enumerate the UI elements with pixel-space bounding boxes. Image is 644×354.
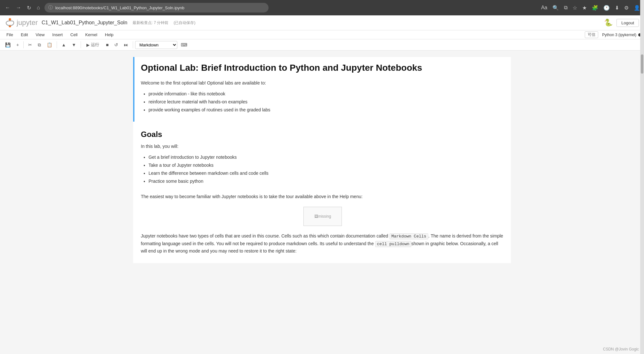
goals-bullet-4: Practice some basic python: [149, 177, 504, 185]
scrollbar[interactable]: [640, 0, 644, 354]
browser-refresh-btn[interactable]: ↻: [26, 4, 32, 12]
address-bar[interactable]: ⓘ localhost:8890/notebooks/C1_W1_Lab01_P…: [44, 3, 269, 12]
menu-file[interactable]: File: [3, 31, 17, 38]
jupyter-label: jupyter: [17, 19, 38, 27]
toolbar-sep-4: [133, 41, 133, 48]
favorites-icon[interactable]: ★: [582, 5, 587, 11]
trusted-badge: 可信: [585, 31, 598, 38]
svg-point-0: [9, 18, 11, 21]
run-label: 运行: [91, 42, 99, 48]
image-alt-text: missing: [318, 214, 331, 219]
bookmark-icon[interactable]: ☆: [573, 5, 577, 11]
url-text: localhost:8890/notebooks/C1_W1_Lab01_Pyt…: [55, 5, 184, 10]
goals-intro: In this lab, you will:: [141, 143, 504, 150]
history-icon[interactable]: 🕐: [603, 5, 610, 11]
menu-insert[interactable]: Insert: [48, 31, 67, 38]
toolbar: 💾 + ✂ ⧉ 📋 ▲ ▼ ▶ 运行 ■ ↺ ⏭ Markdown Code R…: [0, 39, 644, 51]
goals-bullet-1: Get a brief introduction to Jupyter note…: [149, 153, 504, 161]
notebook-area: Optional Lab: Brief Introduction to Pyth…: [0, 51, 644, 354]
autosave-badge: (已自动保存): [173, 20, 195, 26]
split-view-icon[interactable]: ⧉: [564, 5, 568, 11]
save-btn[interactable]: 💾: [3, 41, 13, 49]
main-heading: Optional Lab: Brief Introduction to Pyth…: [141, 62, 504, 74]
info-icon: ⓘ: [48, 5, 53, 11]
extensions-icon[interactable]: 🧩: [592, 5, 598, 11]
run-icon: ▶: [86, 43, 90, 47]
reader-icon[interactable]: Aa: [541, 5, 547, 11]
menu-view[interactable]: View: [32, 31, 48, 38]
goals-bullet-3: Learn the difference between markdown ce…: [149, 169, 504, 177]
jupyter-logo-icon: [5, 18, 15, 28]
menu-bar: File Edit View Insert Cell Kernel Help 可…: [0, 30, 644, 39]
goals-bullet-2: Take a tour of Jupyter notebooks: [149, 161, 504, 169]
browser-actions: Aa 🔍 ⧉ ☆ ★ 🧩 🕐 ⬇ ⚙ 👤: [541, 5, 640, 11]
move-down-btn[interactable]: ▼: [69, 41, 79, 49]
bullet-2: reinforce lecture material with hands-on…: [149, 98, 504, 106]
kernel-name: Python 3 (ipykernel): [602, 33, 636, 37]
menu-kernel[interactable]: Kernel: [81, 31, 101, 38]
image-container: 🖼 missing: [141, 204, 504, 229]
keyboard-shortcuts-btn[interactable]: ⌨: [178, 41, 190, 49]
notebook-container: Optional Lab: Brief Introduction to Pyth…: [127, 57, 517, 263]
stop-btn[interactable]: ■: [103, 41, 111, 49]
menu-help[interactable]: Help: [101, 31, 117, 38]
cell-pulldown-code: cell pulldown: [375, 241, 411, 247]
menu-cell[interactable]: Cell: [67, 31, 81, 38]
notebook-title[interactable]: C1_W1_Lab01_Python_Jupyter_Soln: [42, 20, 127, 26]
browser-home-btn[interactable]: ⌂: [36, 4, 41, 12]
toolbar-sep-2: [57, 41, 57, 48]
last-checkpoint: 最新检查点: 7 分钟前: [133, 20, 169, 26]
intro-text: Welcome to the first optional lab! Optio…: [141, 79, 504, 86]
cut-btn[interactable]: ✂: [26, 41, 35, 49]
jupyter-logo: jupyter: [5, 18, 38, 28]
cell-1[interactable]: Optional Lab: Brief Introduction to Pyth…: [133, 57, 511, 122]
tour-paragraph: The easiest way to become familiar with …: [141, 193, 504, 200]
markdown-cells-code: Markdown Cells: [390, 233, 428, 239]
goals-bullets: Get a brief introduction to Jupyter note…: [149, 153, 504, 186]
intro-bullets: provide information - like this notebook…: [149, 90, 504, 114]
toolbar-sep-1: [23, 41, 24, 48]
search-icon[interactable]: 🔍: [552, 5, 559, 11]
browser-chrome: ← → ↻ ⌂ ⓘ localhost:8890/notebooks/C1_W1…: [0, 0, 644, 15]
settings-icon[interactable]: ⚙: [624, 5, 629, 11]
profile-icon[interactable]: 👤: [634, 5, 640, 11]
cell-2-content: Goals In this lab, you will: Get a brief…: [134, 122, 511, 263]
logout-button[interactable]: Logout: [616, 19, 639, 27]
bullet-3: provide working examples of routines use…: [149, 106, 504, 114]
bullet-1: provide information - like this notebook: [149, 90, 504, 98]
restart-run-btn[interactable]: ⏭: [121, 41, 131, 49]
menu-edit[interactable]: Edit: [17, 31, 32, 38]
header-right: 🐍 Logout: [604, 19, 639, 27]
cell-2[interactable]: Goals In this lab, you will: Get a brief…: [133, 122, 511, 263]
toolbar-sep-3: [81, 41, 81, 48]
copy-btn[interactable]: ⧉: [35, 41, 44, 49]
notebook-image: 🖼 missing: [303, 207, 342, 226]
menu-right: 可信 Python 3 (ipykernel): [585, 31, 641, 38]
python-icon: 🐍: [604, 19, 613, 27]
jupyter-header: jupyter C1_W1_Lab01_Python_Jupyter_Soln …: [0, 15, 644, 30]
image-broken-icon: 🖼: [314, 214, 318, 219]
watermark: CSDN @Jovin Gogic: [603, 347, 639, 351]
restart-btn[interactable]: ↺: [112, 41, 121, 49]
cells-paragraph: Jupyter notebooks have two types of cell…: [141, 232, 504, 255]
browser-back-btn[interactable]: ←: [4, 4, 12, 12]
run-btn[interactable]: ▶ 运行: [83, 41, 103, 49]
paste-btn[interactable]: 📋: [44, 41, 55, 49]
download-icon[interactable]: ⬇: [615, 5, 619, 11]
kernel-info: Python 3 (ipykernel): [602, 33, 641, 37]
cell-type-select[interactable]: Markdown Code Raw NBConvert Heading: [135, 41, 177, 49]
move-up-btn[interactable]: ▲: [59, 41, 68, 49]
cells-para-pre: Jupyter notebooks have two types of cell…: [141, 233, 390, 238]
cell-1-content: Optional Lab: Brief Introduction to Pyth…: [134, 57, 511, 122]
goals-heading: Goals: [141, 130, 504, 139]
scrollbar-thumb[interactable]: [641, 54, 643, 74]
insert-cell-btn[interactable]: +: [14, 41, 21, 49]
browser-forward-btn[interactable]: →: [15, 4, 22, 12]
